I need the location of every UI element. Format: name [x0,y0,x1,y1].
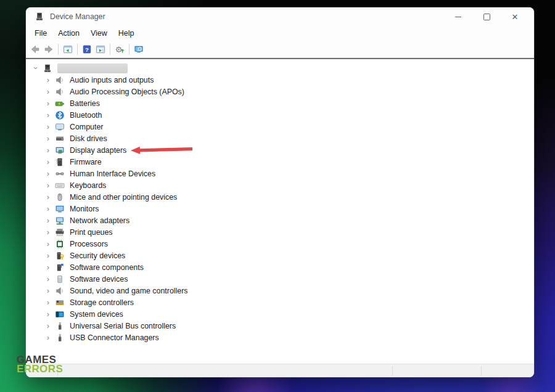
device-tree: ››Audio inputs and outputs›Audio Process… [26,59,534,343]
toolbar-separator [58,44,59,55]
menu-view[interactable]: View [85,26,113,41]
chevron-right-icon[interactable]: › [43,144,53,156]
scan-hardware-changes-button[interactable] [113,43,126,56]
tree-item-security-devices[interactable]: ›Security devices [26,250,534,261]
chevron-right-icon[interactable]: › [43,109,53,121]
chevron-right-icon[interactable]: › [43,168,53,179]
device-manager-app-icon [35,12,44,22]
minimize-button[interactable] [444,7,472,26]
tree-item-print-queues[interactable]: ›Print queues [26,226,534,238]
forward-button[interactable] [42,43,56,56]
tree-item-keyboards[interactable]: ›Keyboards [26,179,534,191]
tree-item-disk-drives[interactable]: ›Disk drives [26,133,534,144]
chevron-down-icon[interactable]: › [30,63,42,73]
title-bar: Device Manager ✕ [26,7,534,26]
tree-item-computer[interactable]: ›Computer [26,121,534,133]
tree-item-label: Bluetooth [70,111,102,120]
tree-root-computer[interactable]: › [26,62,534,74]
toolbar-separator [110,44,110,55]
chevron-right-icon[interactable]: › [43,156,53,168]
device-tree-panel: ››Audio inputs and outputs›Audio Process… [26,58,534,364]
tree-item-label: Print queues [70,228,113,237]
devices-view-button[interactable] [132,43,146,56]
close-button[interactable]: ✕ [501,7,529,26]
chevron-right-icon[interactable]: › [43,191,53,203]
tree-item-universal-serial-bus-controllers[interactable]: ›Universal Serial Bus controllers [26,320,534,332]
tree-item-label: USB Connector Managers [70,333,159,342]
network-icon [55,216,65,226]
tree-item-label: Storage controllers [70,298,134,307]
chevron-right-icon[interactable]: › [43,285,53,296]
chevron-right-icon[interactable]: › [43,332,53,343]
tree-item-software-components[interactable]: ›Software components [26,261,534,273]
chevron-right-icon[interactable]: › [43,214,53,226]
tree-item-human-interface-devices[interactable]: ›Human Interface Devices [26,168,534,179]
window-controls: ✕ [444,7,529,26]
computer-icon [55,122,65,132]
menu-bar: FileActionViewHelp [26,26,534,41]
chevron-right-icon[interactable]: › [43,261,53,273]
chevron-right-icon[interactable]: › [43,121,53,133]
tree-item-processors[interactable]: ›Processors [26,238,534,250]
chevron-right-icon[interactable]: › [43,273,53,285]
chevron-right-icon[interactable]: › [43,238,53,250]
software-device-icon [55,274,65,284]
tree-item-bluetooth[interactable]: ›Bluetooth [26,109,534,121]
tree-item-label: Processors [70,240,108,248]
chevron-right-icon[interactable]: › [43,203,53,214]
chevron-right-icon[interactable]: › [43,296,53,308]
tree-item-storage-controllers[interactable]: ›Storage controllers [26,296,534,308]
tree-item-audio-inputs-and-outputs[interactable]: ›Audio inputs and outputs [26,74,534,86]
show-console-tree-icon [63,44,73,54]
computer-root-icon [43,63,52,73]
chevron-right-icon[interactable]: › [43,226,53,238]
bluetooth-icon [55,110,65,120]
tree-item-label: Mice and other pointing devices [70,193,177,202]
tree-item-label: Audio inputs and outputs [70,76,154,84]
security-icon [55,251,65,261]
tree-item-batteries[interactable]: ›Batteries [26,97,534,109]
mouse-icon [55,192,65,202]
tree-item-firmware[interactable]: ›Firmware [26,156,534,168]
chevron-right-icon[interactable]: › [43,133,53,144]
show-console-tree-button[interactable] [61,43,75,56]
svg-text:?: ? [85,46,89,52]
toolbar: ? [26,41,534,58]
chevron-right-icon[interactable]: › [43,179,53,191]
chevron-right-icon[interactable]: › [43,250,53,261]
watermark-line2: ERRORS [17,364,63,374]
chevron-right-icon[interactable]: › [43,97,53,109]
tree-item-label: Software components [70,263,144,272]
status-bar [26,364,534,377]
keyboard-icon [55,181,65,190]
tree-item-network-adapters[interactable]: ›Network adapters [26,214,534,226]
help-button[interactable]: ? [80,43,94,56]
forward-icon [44,44,54,54]
menu-help[interactable]: Help [113,26,140,41]
tree-item-system-devices[interactable]: ›System devices [26,308,534,320]
maximize-button[interactable] [472,7,501,26]
tree-item-usb-connector-managers[interactable]: ›USB Connector Managers [26,332,534,343]
toolbar-separator [77,44,78,55]
tree-item-monitors[interactable]: ›Monitors [26,203,534,214]
toolbar-separator [129,44,130,55]
tree-item-display-adapters[interactable]: ›Display adapters [26,144,534,156]
menu-file[interactable]: File [29,26,52,41]
tree-item-mice-and-other-pointing-devices[interactable]: ›Mice and other pointing devices [26,191,534,203]
properties-button[interactable] [94,43,107,56]
display-icon [55,145,65,155]
tree-item-audio-processing-objects-apos[interactable]: ›Audio Processing Objects (APOs) [26,86,534,97]
chevron-right-icon[interactable]: › [43,320,53,332]
device-manager-window: Device Manager ✕ FileActionViewHelp ? ››… [26,7,534,377]
tree-item-sound-video-and-game-controllers[interactable]: ›Sound, video and game controllers [26,285,534,296]
chevron-right-icon[interactable]: › [43,86,53,97]
tree-item-label: Monitors [70,205,99,213]
tree-item-label: Batteries [70,99,100,108]
back-button[interactable] [28,43,42,56]
chevron-right-icon[interactable]: › [43,308,53,320]
tree-item-software-devices[interactable]: ›Software devices [26,273,534,285]
tree-item-label: Computer [70,123,103,131]
menu-action[interactable]: Action [52,26,85,41]
chevron-right-icon[interactable]: › [43,74,53,86]
speaker-icon [55,286,65,296]
